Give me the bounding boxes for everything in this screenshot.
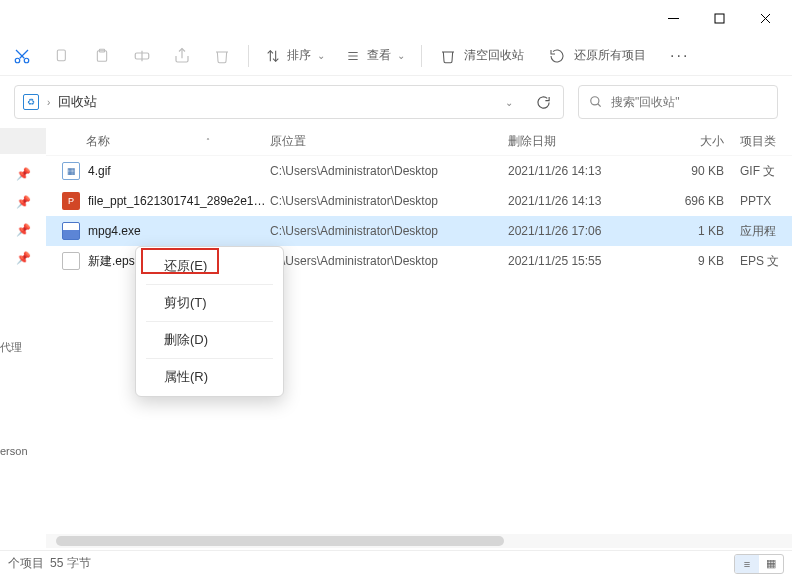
share-icon: [162, 36, 202, 76]
svg-point-4: [15, 58, 20, 63]
search-icon: [589, 95, 603, 109]
sidebar-pin[interactable]: 📌: [0, 188, 46, 216]
address-text: 回收站: [58, 93, 97, 111]
col-header-location[interactable]: 原位置: [270, 133, 508, 150]
status-bytes: 55 字节: [50, 555, 91, 572]
toolbar: 排序 ⌄ 查看 ⌄ 清空回收站 还原所有项目 ···: [0, 36, 792, 76]
empty-recycle-button[interactable]: 清空回收站: [428, 36, 536, 76]
empty-label: 清空回收站: [464, 47, 524, 64]
separator: [146, 358, 273, 359]
file-size: 696 KB: [668, 194, 734, 208]
col-header-date[interactable]: 删除日期: [508, 133, 668, 150]
sidebar: 📌 📌 📌 📌: [0, 128, 46, 548]
file-type: 应用程: [734, 223, 792, 240]
file-location: C:\Users\Administrator\Desktop: [270, 224, 508, 238]
file-location: C:\Users\Administrator\Desktop: [270, 164, 508, 178]
context-menu: 还原(E) 剪切(T) 删除(D) 属性(R): [135, 246, 284, 397]
file-type: PPTX: [734, 194, 792, 208]
image-file-icon: ▦: [62, 162, 80, 180]
ctx-delete[interactable]: 删除(D): [136, 325, 283, 355]
trash-icon: [440, 47, 456, 65]
copy-icon: [42, 36, 82, 76]
recycle-bin-icon: ♻: [23, 94, 39, 110]
cutoff-label: 代理: [0, 340, 34, 355]
search-box[interactable]: [578, 85, 778, 119]
file-row[interactable]: Pfile_ppt_1621301741_289e2e143...C:\User…: [46, 186, 792, 216]
chevron-down-icon: ⌄: [317, 50, 325, 61]
status-bar: 个项目 55 字节 ≡ ▦: [0, 550, 792, 576]
file-name: file_ppt_1621301741_289e2e143...: [88, 194, 268, 208]
restore-all-button[interactable]: 还原所有项目: [536, 36, 658, 76]
cutoff-labels: 代理 erson: [0, 340, 34, 457]
sidebar-item[interactable]: [0, 128, 46, 154]
address-dropdown-button[interactable]: ⌄: [495, 88, 523, 116]
sort-icon: [265, 48, 281, 64]
separator: [146, 284, 273, 285]
status-count: 个项目: [8, 555, 44, 572]
svg-rect-1: [715, 14, 724, 23]
file-type: EPS 文: [734, 253, 792, 270]
file-size: 9 KB: [668, 254, 734, 268]
restore-all-label: 还原所有项目: [574, 47, 646, 64]
svg-point-5: [24, 58, 29, 63]
file-date: 2021/11/26 14:13: [508, 164, 668, 178]
file-size: 90 KB: [668, 164, 734, 178]
eps-file-icon: [62, 252, 80, 270]
sidebar-pin[interactable]: 📌: [0, 160, 46, 188]
separator: [146, 321, 273, 322]
view-toggle: ≡ ▦: [734, 554, 784, 574]
search-input[interactable]: [611, 95, 767, 109]
separator: [248, 45, 249, 67]
file-date: 2021/11/26 14:13: [508, 194, 668, 208]
file-location: C:\Users\Administrator\Desktop: [270, 194, 508, 208]
chevron-down-icon: ⌄: [397, 50, 405, 61]
view-label: 查看: [367, 47, 391, 64]
view-details-button[interactable]: ≡: [735, 555, 759, 573]
file-name: 4.gif: [88, 164, 111, 178]
file-location: C:\Users\Administrator\Desktop: [270, 254, 508, 268]
file-date: 2021/11/25 15:55: [508, 254, 668, 268]
list-icon: [345, 49, 361, 63]
sidebar-pin[interactable]: 📌: [0, 216, 46, 244]
file-name: mpg4.exe: [88, 224, 141, 238]
sort-dropdown[interactable]: 排序 ⌄: [255, 36, 335, 76]
file-size: 1 KB: [668, 224, 734, 238]
col-header-type[interactable]: 项目类: [734, 133, 792, 150]
address-bar[interactable]: ♻ › 回收站 ⌄: [14, 85, 564, 119]
minimize-button[interactable]: [650, 2, 696, 34]
chevron-right-icon: ›: [45, 97, 52, 108]
ctx-cut[interactable]: 剪切(T): [136, 288, 283, 318]
view-grid-button[interactable]: ▦: [759, 555, 783, 573]
separator: [421, 45, 422, 67]
close-button[interactable]: [742, 2, 788, 34]
refresh-button[interactable]: [529, 88, 557, 116]
main-area: 📌 📌 📌 📌 名称˄ 原位置 删除日期 大小 项目类 ▦4.gifC:\Use…: [0, 128, 792, 548]
maximize-button[interactable]: [696, 2, 742, 34]
cutoff-label: erson: [0, 445, 34, 457]
horizontal-scrollbar[interactable]: [46, 534, 792, 548]
file-name: 新建.eps: [88, 253, 135, 270]
ctx-restore[interactable]: 还原(E): [136, 251, 283, 281]
rename-icon: [122, 36, 162, 76]
file-date: 2021/11/26 17:06: [508, 224, 668, 238]
ctx-properties[interactable]: 属性(R): [136, 362, 283, 392]
svg-line-6: [20, 50, 28, 58]
more-button[interactable]: ···: [658, 47, 701, 65]
navigation-bar: ♻ › 回收站 ⌄: [0, 76, 792, 128]
file-row[interactable]: mpg4.exeC:\Users\Administrator\Desktop20…: [46, 216, 792, 246]
delete-icon: [202, 36, 242, 76]
view-dropdown[interactable]: 查看 ⌄: [335, 36, 415, 76]
ppt-file-icon: P: [62, 192, 80, 210]
restore-icon: [548, 48, 566, 64]
col-header-name[interactable]: 名称˄: [46, 133, 270, 150]
svg-rect-8: [57, 50, 65, 61]
exe-file-icon: [62, 222, 80, 240]
svg-point-19: [591, 97, 599, 105]
column-headers: 名称˄ 原位置 删除日期 大小 项目类: [46, 128, 792, 156]
sort-indicator-icon: ˄: [206, 137, 210, 146]
cut-icon[interactable]: [2, 36, 42, 76]
file-row[interactable]: ▦4.gifC:\Users\Administrator\Desktop2021…: [46, 156, 792, 186]
col-header-size[interactable]: 大小: [668, 133, 734, 150]
sidebar-pin[interactable]: 📌: [0, 244, 46, 272]
paste-icon: [82, 36, 122, 76]
